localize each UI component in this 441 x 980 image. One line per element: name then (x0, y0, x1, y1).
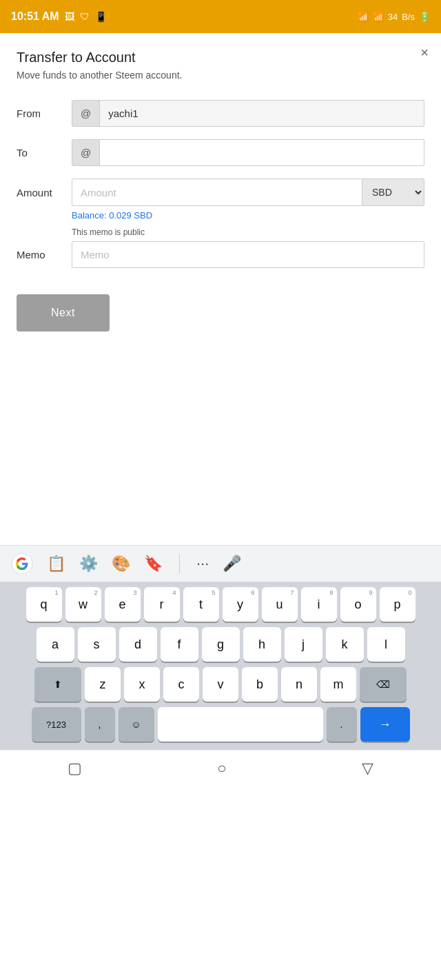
key-r[interactable]: 4r (144, 587, 180, 622)
amount-label: Amount (17, 187, 72, 198)
key-row-bottom: ?123 , ☺ . → (3, 707, 438, 742)
battery-level: 34 (388, 12, 398, 22)
bookmark-icon[interactable]: 🔖 (144, 555, 163, 573)
image-icon: 🖼 (65, 11, 74, 22)
key-y[interactable]: 6y (223, 587, 258, 622)
to-input[interactable] (100, 140, 424, 165)
keyboard-toolbar: 📋 ⚙️ 🎨 🔖 ··· 🎤 (0, 545, 441, 582)
settings-icon[interactable]: ⚙️ (79, 555, 98, 573)
nav-square-icon[interactable]: ▢ (68, 759, 82, 777)
status-time: 10:51 AM (11, 10, 59, 23)
key-p[interactable]: 0p (380, 587, 416, 622)
backspace-key[interactable]: ⌫ (360, 667, 407, 702)
from-input[interactable] (100, 101, 424, 126)
space-key[interactable] (158, 707, 323, 742)
nav-home-icon[interactable]: ○ (217, 759, 226, 777)
google-logo[interactable] (11, 553, 33, 575)
memo-row: Memo (17, 241, 424, 268)
shield-icon: 🛡 (80, 11, 90, 22)
to-input-wrapper: @ (72, 139, 424, 166)
signal-icon-2: 📶 (373, 12, 384, 22)
mic-icon[interactable]: 🎤 (223, 555, 241, 573)
amount-input[interactable] (72, 180, 362, 205)
amount-row: Amount SBD STEEM (17, 178, 424, 206)
key-v[interactable]: v (203, 667, 238, 702)
dialog-subtitle: Move funds to another Steem account. (17, 70, 424, 81)
to-row: To @ (17, 139, 424, 166)
key-s[interactable]: s (78, 627, 116, 662)
signal-icon: 📶 (358, 12, 369, 22)
key-o[interactable]: 9o (340, 587, 376, 622)
key-j[interactable]: j (285, 627, 322, 662)
key-row-3: ⬆ z x c v b n m ⌫ (3, 667, 438, 702)
key-i[interactable]: 8i (301, 587, 337, 622)
amount-input-wrapper: SBD STEEM (72, 178, 424, 206)
symbols-key[interactable]: ?123 (32, 707, 81, 742)
emoji-key[interactable]: ☺ (119, 707, 154, 742)
key-row-1: 1q 2w 3e 4r 5t 6y 7u 8i 9o 0p (3, 587, 438, 622)
key-b[interactable]: b (242, 667, 278, 702)
key-d[interactable]: d (119, 627, 157, 662)
transfer-dialog: × Transfer to Account Move funds to anot… (0, 33, 441, 352)
key-z[interactable]: z (85, 667, 121, 702)
memo-input-wrapper (72, 241, 424, 268)
period-key[interactable]: . (327, 707, 357, 742)
key-u[interactable]: 7u (262, 587, 298, 622)
close-button[interactable]: × (420, 45, 429, 59)
memo-label: Memo (17, 249, 72, 261)
key-k[interactable]: k (326, 627, 364, 662)
from-at-sign: @ (72, 101, 100, 126)
key-q[interactable]: 1q (26, 587, 62, 622)
keyboard: 1q 2w 3e 4r 5t 6y 7u 8i 9o 0p a s d f g … (0, 582, 441, 750)
nav-bar: ▢ ○ ▽ (0, 750, 441, 786)
key-l[interactable]: l (367, 627, 405, 662)
comma-key[interactable]: , (85, 707, 115, 742)
key-g[interactable]: g (202, 627, 240, 662)
more-icon[interactable]: ··· (196, 555, 209, 573)
key-t[interactable]: 5t (183, 587, 219, 622)
memo-input[interactable] (72, 242, 424, 267)
battery-icon: 🔋 (419, 12, 430, 22)
from-input-wrapper: @ (72, 100, 424, 127)
currency-select[interactable]: SBD STEEM (362, 179, 424, 205)
amount-section: Amount SBD STEEM Balance: 0.029 SBD (17, 178, 424, 221)
phone-icon: 📱 (95, 11, 107, 22)
key-h[interactable]: h (243, 627, 281, 662)
status-right: 📶 📶 34 B/s 🔋 (358, 12, 430, 22)
key-x[interactable]: x (124, 667, 160, 702)
palette-icon[interactable]: 🎨 (112, 555, 130, 573)
key-f[interactable]: f (161, 627, 198, 662)
bs-label: B/s (402, 12, 415, 22)
from-row: From @ (17, 100, 424, 127)
whitespace-area (0, 352, 441, 545)
clipboard-icon[interactable]: 📋 (47, 555, 65, 573)
key-n[interactable]: n (281, 667, 317, 702)
to-at-sign: @ (72, 140, 100, 165)
next-button[interactable]: Next (17, 294, 110, 331)
key-m[interactable]: m (320, 667, 356, 702)
key-row-2: a s d f g h j k l (3, 627, 438, 662)
key-w[interactable]: 2w (65, 587, 101, 622)
shift-key[interactable]: ⬆ (34, 667, 81, 702)
status-left: 10:51 AM 🖼 🛡 📱 (11, 10, 107, 23)
dialog-title: Transfer to Account (17, 50, 424, 65)
from-label: From (17, 108, 72, 119)
nav-back-icon[interactable]: ▽ (362, 759, 373, 777)
enter-key[interactable]: → (360, 707, 410, 742)
toolbar-divider (179, 554, 180, 573)
balance-text: Balance: 0.029 SBD (72, 210, 424, 221)
status-bar: 10:51 AM 🖼 🛡 📱 📶 📶 34 B/s 🔋 (0, 0, 441, 33)
key-a[interactable]: a (37, 627, 74, 662)
key-e[interactable]: 3e (105, 587, 141, 622)
memo-note: This memo is public (72, 227, 424, 237)
key-c[interactable]: c (163, 667, 199, 702)
to-label: To (17, 147, 72, 159)
